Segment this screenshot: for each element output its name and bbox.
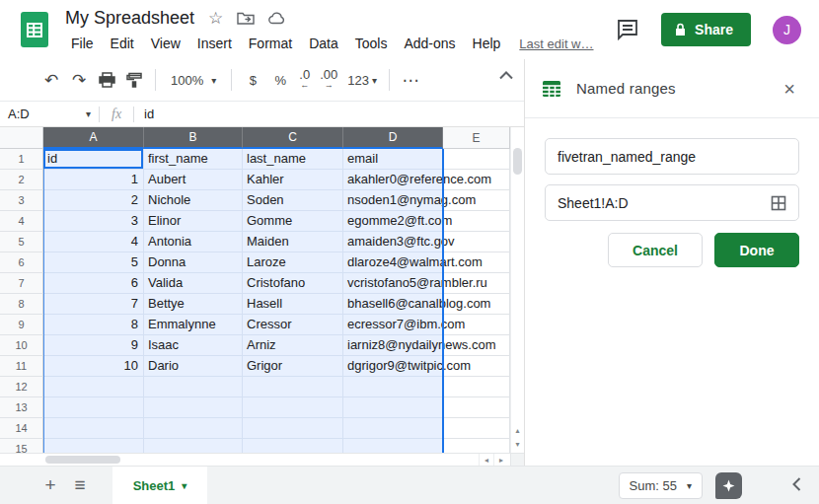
avatar[interactable]: J — [773, 16, 801, 44]
menu-data[interactable]: Data — [303, 34, 344, 53]
redo-button[interactable]: ↷ — [65, 66, 93, 94]
cell[interactable] — [144, 418, 243, 439]
cell[interactable]: Grigor — [243, 356, 343, 377]
row-header-10[interactable]: 10 — [0, 335, 43, 356]
range-name-input[interactable]: fivetran_named_range — [545, 138, 799, 175]
menu-format[interactable]: Format — [243, 34, 298, 53]
cell[interactable]: Aubert — [144, 170, 243, 190]
cell[interactable] — [443, 418, 510, 439]
cell[interactable] — [243, 377, 343, 397]
cell[interactable]: bhasell6@canalblog.com — [343, 294, 443, 315]
column-header-D[interactable]: D — [343, 127, 443, 149]
cell[interactable]: Arniz — [243, 335, 343, 356]
cell[interactable]: iarniz8@nydailynews.com — [343, 335, 443, 356]
cell[interactable]: Dario — [144, 356, 243, 377]
cell[interactable]: dlaroze4@walmart.com — [343, 252, 443, 273]
cell[interactable]: 4 — [43, 232, 144, 252]
menu-file[interactable]: File — [65, 34, 100, 53]
scroll-right-button[interactable]: ▸ — [493, 454, 508, 466]
row-header-9[interactable]: 9 — [0, 315, 43, 335]
number-format-button[interactable]: 123▾ — [342, 73, 382, 88]
cell[interactable]: Hasell — [243, 294, 343, 315]
cell[interactable]: Bettye — [144, 294, 243, 315]
row-header-14[interactable]: 14 — [0, 418, 43, 439]
comment-history-icon[interactable] — [616, 19, 639, 40]
paint-format-button[interactable] — [120, 66, 148, 94]
vertical-scrollbar-thumb[interactable] — [513, 148, 522, 175]
print-button[interactable] — [93, 66, 120, 94]
add-sheet-button[interactable]: + — [36, 474, 65, 496]
cell[interactable]: akahler0@reference.com — [343, 170, 443, 190]
column-header-C[interactable]: C — [243, 127, 343, 149]
all-sheets-button[interactable]: ≡ — [65, 474, 95, 496]
cell[interactable] — [43, 377, 144, 397]
row-header-15[interactable]: 15 — [0, 439, 43, 453]
menu-help[interactable]: Help — [467, 34, 507, 53]
cell[interactable]: 8 — [43, 315, 144, 335]
cell[interactable]: 7 — [43, 294, 144, 315]
cell[interactable]: id — [43, 149, 144, 170]
cell[interactable] — [443, 397, 510, 418]
done-button[interactable]: Done — [714, 233, 799, 267]
column-header-B[interactable]: B — [144, 127, 243, 149]
select-data-range-icon[interactable] — [771, 195, 786, 211]
cell[interactable]: vcristofano5@rambler.ru — [343, 273, 443, 294]
row-header-1[interactable]: 1 — [0, 149, 43, 170]
scroll-down-button[interactable]: ▾ — [511, 438, 524, 450]
sheets-logo-icon[interactable] — [20, 11, 49, 48]
cell[interactable]: Isaac — [144, 335, 243, 356]
menu-edit[interactable]: Edit — [105, 34, 140, 53]
menu-view[interactable]: View — [145, 34, 186, 53]
more-options-button[interactable]: ⋯ — [397, 66, 424, 94]
cell[interactable]: Laroze — [243, 252, 343, 273]
cell[interactable]: Kahler — [243, 170, 343, 190]
row-header-6[interactable]: 6 — [0, 252, 43, 273]
cell[interactable] — [443, 439, 510, 453]
cell[interactable] — [243, 418, 343, 439]
cell[interactable]: amaiden3@ftc.gov — [343, 232, 443, 252]
cell[interactable] — [43, 439, 144, 453]
cell[interactable] — [43, 418, 144, 439]
cell[interactable] — [243, 439, 343, 453]
explore-button[interactable] — [715, 472, 742, 499]
cell[interactable] — [343, 418, 443, 439]
undo-button[interactable]: ↶ — [37, 66, 65, 94]
cell[interactable] — [243, 397, 343, 418]
row-header-8[interactable]: 8 — [0, 294, 43, 315]
close-panel-icon[interactable]: × — [780, 77, 799, 101]
format-percent-button[interactable]: % — [266, 66, 294, 94]
format-currency-button[interactable]: $ — [239, 66, 266, 94]
cell[interactable]: Valida — [144, 273, 243, 294]
cell[interactable]: Antonia — [144, 232, 243, 252]
row-header-12[interactable]: 12 — [0, 377, 43, 397]
menu-tools[interactable]: Tools — [349, 34, 394, 53]
cell[interactable]: 1 — [43, 170, 144, 190]
cell[interactable]: 3 — [43, 211, 144, 232]
cell[interactable]: egomme2@ft.com — [343, 211, 443, 232]
row-header-11[interactable]: 11 — [0, 356, 43, 377]
cell[interactable] — [43, 397, 144, 418]
cloud-saved-icon[interactable] — [268, 12, 286, 25]
collapse-panel-chevron-icon[interactable] — [792, 476, 801, 492]
cancel-button[interactable]: Cancel — [608, 233, 703, 267]
name-box[interactable]: A:D ▾ — [0, 107, 99, 121]
collapse-toolbar-button[interactable] — [498, 71, 514, 80]
decrease-decimal-button[interactable]: .0← — [294, 70, 315, 90]
star-icon[interactable]: ☆ — [208, 10, 223, 27]
cell[interactable]: Cressor — [243, 315, 343, 335]
cell[interactable]: 9 — [43, 335, 144, 356]
cell[interactable] — [343, 397, 443, 418]
cell[interactable]: Maiden — [243, 232, 343, 252]
cell[interactable] — [144, 377, 243, 397]
cell[interactable] — [443, 149, 510, 170]
cell[interactable] — [343, 377, 443, 397]
move-to-folder-icon[interactable] — [237, 11, 255, 25]
cell[interactable]: email — [343, 149, 443, 170]
sum-indicator[interactable]: Sum: 55 ▾ — [619, 472, 703, 499]
cell[interactable]: Elinor — [144, 211, 243, 232]
row-header-7[interactable]: 7 — [0, 273, 43, 294]
cell[interactable]: 6 — [43, 273, 144, 294]
cell[interactable]: first_name — [144, 149, 243, 170]
range-reference-input[interactable]: Sheet1!A:D — [545, 184, 799, 221]
menu-add-ons[interactable]: Add-ons — [398, 34, 461, 53]
